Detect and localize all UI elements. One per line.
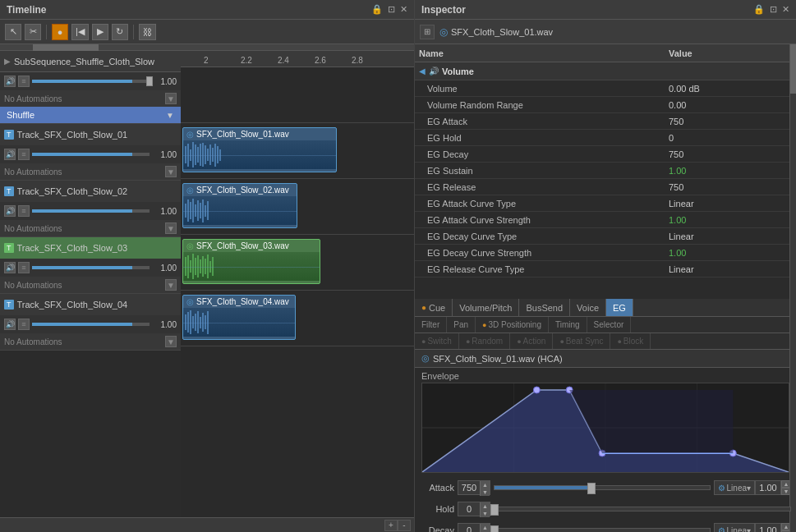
adsr-slider-hold[interactable]: [494, 507, 791, 511]
prop-row-5[interactable]: EG Sustain 1.00: [415, 163, 796, 179]
adsr-extra-value-attack: 1.00: [755, 480, 781, 495]
wbar: [207, 255, 209, 279]
action-dot: ●: [517, 337, 521, 346]
adsr-spinner-up-attack[interactable]: ▲: [480, 481, 490, 488]
track-volume-slider-3[interactable]: [32, 323, 150, 326]
track-automation-btn-2[interactable]: ▼: [165, 279, 177, 291]
tab-bus-send[interactable]: BusSend: [519, 299, 570, 316]
track-mute-button-0[interactable]: 🔊: [4, 149, 16, 160]
prop-row-1[interactable]: Volume Random Range 0.00: [415, 97, 796, 113]
adsr-slider-decay[interactable]: [494, 528, 711, 532]
prop-value-2: 750: [669, 117, 792, 126]
track-solo-button-1[interactable]: ≡: [18, 205, 30, 217]
audio-clip-0[interactable]: ◎ SFX_Cloth_Slow_01.wav: [182, 127, 337, 172]
expand-icon[interactable]: ⊡: [388, 4, 395, 15]
timeline-hscrollbar[interactable]: [0, 44, 414, 51]
subtab-selector[interactable]: Selector: [587, 317, 632, 332]
subtab-pan[interactable]: Pan: [447, 317, 476, 332]
adsr-controls: Attack 750 ▲ ▼ ⚙: [415, 476, 796, 532]
file-icon: ◎: [439, 26, 448, 38]
shuffle-bar[interactable]: Shuffle ▼: [0, 107, 181, 123]
prop-row-3[interactable]: EG Hold 0: [415, 130, 796, 146]
close-icon[interactable]: ✕: [400, 4, 407, 15]
prop-row-2[interactable]: EG Attack 750: [415, 113, 796, 130]
record-button[interactable]: ●: [52, 24, 68, 40]
prop-group-volume[interactable]: ◀ 🔊 Volume: [415, 62, 796, 80]
adsr-value-decay[interactable]: 0 ▲ ▼: [458, 523, 490, 532]
scroll-down-button[interactable]: -: [398, 520, 411, 531]
wbar: [195, 258, 196, 275]
subseq-mute-button[interactable]: 🔊: [4, 76, 16, 87]
adsr-value-hold[interactable]: 0 ▲ ▼: [458, 502, 490, 516]
subseq-volume-slider[interactable]: [32, 80, 150, 83]
tab-voice[interactable]: Voice: [570, 299, 606, 316]
wbar: [205, 259, 206, 274]
audio-clip-1[interactable]: ◎ SFX_Cloth_Slow_02.wav: [182, 183, 297, 228]
subtab-3d-positioning[interactable]: ● 3D Positioning: [476, 317, 549, 332]
track-automation-btn-1[interactable]: ▼: [165, 222, 177, 234]
inspector-expand-icon[interactable]: ⊡: [770, 4, 777, 15]
cut-tool-button[interactable]: ✂: [25, 24, 41, 40]
link-button[interactable]: ⛓: [139, 24, 156, 40]
tab-eg[interactable]: EG: [606, 299, 633, 316]
track-volume-slider-1[interactable]: [32, 209, 150, 213]
track-mute-button-1[interactable]: 🔊: [4, 205, 16, 217]
inspector-close-icon[interactable]: ✕: [782, 4, 789, 15]
adsr-curve-btn-attack[interactable]: ⚙ Linea▾: [714, 480, 755, 495]
subseq-automation-btn[interactable]: ▼: [165, 93, 177, 104]
audio-clip-2[interactable]: ◎ SFX_Cloth_Slow_03.wav: [182, 239, 320, 284]
tab-volume-pitch[interactable]: Volume/Pitch: [453, 299, 519, 316]
play-button[interactable]: ▶: [92, 24, 108, 40]
track-volume-slider-0[interactable]: [32, 153, 150, 156]
adsr-slider-attack[interactable]: [494, 485, 711, 490]
track-header-3[interactable]: T Track_SFX_Cloth_Slow_04: [0, 294, 181, 315]
track-mute-button-3[interactable]: 🔊: [4, 319, 16, 330]
track-solo-button-2[interactable]: ≡: [18, 262, 30, 273]
prop-row-9[interactable]: EG Decay Curve Type Linear: [415, 228, 796, 245]
inspector-grid-button[interactable]: ⊞: [420, 25, 435, 39]
track-solo-button-3[interactable]: ≡: [18, 319, 30, 330]
prop-row-4[interactable]: EG Decay 750: [415, 146, 796, 163]
subsequence-header[interactable]: ▶ SubSequence_Shuffle_Cloth_Slow: [0, 51, 181, 72]
prop-row-0[interactable]: Volume 0.00 dB: [415, 80, 796, 97]
track-volume-slider-2[interactable]: [32, 266, 150, 269]
clip-label-3: ◎ SFX_Cloth_Slow_04.wav: [183, 296, 295, 308]
track-automation-btn-3[interactable]: ▼: [165, 336, 177, 347]
inspector-lock-icon[interactable]: 🔒: [753, 4, 765, 15]
track-header-1[interactable]: T Track_SFX_Cloth_Slow_02: [0, 181, 181, 202]
prop-row-8[interactable]: EG Attack Curve Strength 1.00: [415, 212, 796, 228]
subtab-timing[interactable]: Timing: [549, 317, 587, 332]
adsr-spinner-down-attack[interactable]: ▼: [480, 488, 490, 496]
subseq-solo-button[interactable]: ≡: [18, 76, 30, 87]
wbar: [202, 143, 204, 167]
prop-row-6[interactable]: EG Release 750: [415, 179, 796, 195]
track-item-3: T Track_SFX_Cloth_Slow_04 🔊 ≡ 1.00 No Au…: [0, 294, 181, 351]
track-header-0[interactable]: T Track_SFX_Cloth_Slow_01: [0, 124, 181, 145]
track-automation-btn-0[interactable]: ▼: [165, 166, 177, 177]
adsr-spinner-up-hold[interactable]: ▲: [480, 502, 490, 510]
prop-name-10: EG Decay Curve Strength: [427, 248, 669, 258]
select-tool-button[interactable]: ↖: [5, 24, 21, 40]
adsr-spinner-attack: ▲ ▼: [480, 481, 490, 496]
track-solo-button-0[interactable]: ≡: [18, 149, 30, 160]
scroll-up-button[interactable]: +: [384, 520, 398, 531]
adsr-value-attack[interactable]: 750 ▲ ▼: [458, 480, 490, 495]
prop-row-11[interactable]: EG Release Curve Type Linear: [415, 261, 796, 277]
prop-name-1: Volume Random Range: [427, 100, 669, 110]
subtab-filter[interactable]: Filter: [415, 317, 447, 332]
adsr-curve-btn-decay[interactable]: ⚙ Linea▾: [714, 523, 755, 532]
timeline-hscroll-thumb[interactable]: [33, 44, 99, 51]
track-mute-button-2[interactable]: 🔊: [4, 262, 16, 273]
prop-row-10[interactable]: EG Decay Curve Strength 1.00: [415, 245, 796, 261]
prop-row-7[interactable]: EG Attack Curve Type Linear: [415, 195, 796, 212]
audio-clip-3[interactable]: ◎ SFX_Cloth_Slow_04.wav: [182, 295, 296, 340]
adsr-fill-attack: [495, 486, 591, 489]
loop-button[interactable]: ↻: [112, 24, 128, 40]
prev-button[interactable]: |◀: [71, 24, 89, 40]
track-header-2[interactable]: T Track_SFX_Cloth_Slow_03: [0, 237, 181, 259]
clip-waveform-1: [183, 196, 297, 225]
adsr-spinner-up-decay[interactable]: ▲: [480, 524, 490, 531]
adsr-spinner-down-hold[interactable]: ▼: [480, 510, 490, 517]
tab-cue[interactable]: ● Cue: [415, 299, 453, 316]
lock-icon[interactable]: 🔒: [371, 4, 383, 15]
